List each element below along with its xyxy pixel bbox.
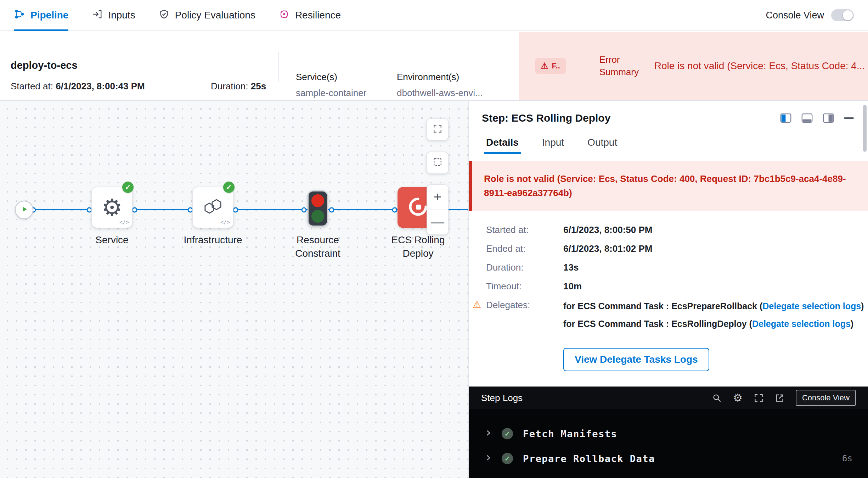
canvas-select-button[interactable]	[427, 152, 449, 174]
services-value[interactable]: sample-container	[296, 88, 366, 99]
traffic-light-green	[311, 210, 324, 223]
success-check-icon: ✓	[223, 182, 235, 193]
canvas-fullscreen-button[interactable]	[427, 118, 449, 140]
step-logs-title: Step Logs	[481, 393, 523, 404]
logs-search-icon[interactable]	[712, 393, 722, 403]
timeout-value: 10m	[563, 281, 582, 292]
minimize-panel-button[interactable]	[844, 117, 854, 119]
start-node[interactable]	[15, 201, 33, 219]
detail-row-timeout: Timeout: 10m	[486, 281, 868, 292]
timeout-label: Timeout:	[486, 281, 563, 292]
switch-knob	[843, 10, 853, 20]
zoom-out-button[interactable]: —	[427, 210, 448, 235]
log-section-label: Prepare Rollback Data	[523, 453, 655, 464]
delegate-row-2: for ECS Command Task : EcsRollingDeploy …	[563, 317, 868, 330]
duration-label: Duration:	[211, 81, 248, 91]
tab-inputs[interactable]: Inputs	[92, 0, 135, 30]
marquee-select-icon	[433, 157, 442, 168]
log-section-label: Fetch Manifests	[523, 428, 617, 439]
services-label: Service(s)	[296, 72, 366, 83]
logs-settings-gear-icon[interactable]: ⚙	[733, 393, 743, 403]
detail-row-started: Started at: 6/1/2023, 8:00:50 PM	[486, 224, 868, 235]
connector-dot	[233, 207, 238, 213]
environments-block: Environment(s) dbothwell-aws-envi...	[397, 72, 483, 99]
duration-value: 25s	[251, 81, 266, 91]
started-at-value: 6/1/2023, 8:00:43 PM	[56, 81, 145, 91]
delegates-label: Delegates:	[486, 300, 530, 310]
detail-row-duration: Duration: 13s	[486, 262, 868, 273]
logs-console-view-button[interactable]: Console View	[796, 390, 856, 406]
logs-fullscreen-icon[interactable]	[754, 393, 763, 403]
tab-pipeline[interactable]: Pipeline	[14, 0, 68, 30]
step-error-message: Role is not valid (Service: Ecs, Status …	[469, 161, 868, 211]
started-at: Started at: 6/1/2023, 8:00:43 PM	[11, 81, 145, 92]
pipeline-canvas[interactable]: ⚙ </> ✓ Service </> ✓ Infrastructure Res…	[0, 101, 468, 478]
panel-scrollbar[interactable]	[863, 105, 867, 152]
chevron-right-icon	[485, 429, 492, 438]
delegate-2-text: for ECS Command Task : EcsRollingDeploy …	[563, 319, 752, 329]
warning-icon: ⚠	[541, 61, 548, 71]
execution-header: deploy-to-ecs Started at: 6/1/2023, 8:00…	[0, 32, 868, 101]
delegate-2-selection-logs-link[interactable]: Delegate selection logs	[752, 319, 851, 329]
log-section-prepare-rollback[interactable]: ✓ Prepare Rollback Data 6s	[469, 446, 868, 471]
step-panel-tabs: Details Input Output	[486, 137, 868, 161]
error-summary-strip: ⚠ F.. Error Summary Role is not valid (S…	[519, 32, 868, 100]
tab-policy-evaluations[interactable]: Policy Evaluations	[159, 0, 255, 30]
view-delegate-tasks-logs-button[interactable]: View Delegate Tasks Logs	[563, 348, 709, 371]
resilience-icon	[279, 9, 289, 22]
pipeline-icon	[14, 9, 25, 22]
connector-dot	[132, 207, 137, 213]
detail-row-delegates: ⚠ Delegates: for ECS Command Task : EcsP…	[486, 300, 868, 335]
node-service[interactable]: ⚙ </> ✓	[91, 187, 133, 228]
tab-policy-evaluations-label: Policy Evaluations	[175, 10, 255, 21]
failure-status-badge: ⚠ F..	[535, 58, 566, 74]
header-divider	[278, 52, 279, 82]
console-view-switch[interactable]	[831, 9, 854, 21]
infrastructure-hexagons-icon	[202, 195, 224, 219]
console-view-toggle-group: Console View	[766, 9, 854, 21]
step-panel-header: Step: ECS Rolling Deploy	[469, 101, 868, 124]
duration-label: Duration:	[486, 262, 563, 273]
connector-dot	[329, 207, 334, 213]
node-service-label: Service	[77, 233, 147, 247]
play-icon	[20, 205, 28, 215]
duration: Duration: 25s	[211, 81, 266, 92]
log-section-fetch-manifests[interactable]: ✓ Fetch Manifests	[469, 421, 868, 446]
environments-label: Environment(s)	[397, 72, 483, 83]
tab-resilience[interactable]: Resilience	[279, 0, 341, 30]
started-at-label: Started at:	[11, 81, 53, 91]
layout-right-panel-icon[interactable]	[823, 113, 834, 123]
zoom-in-button[interactable]: +	[427, 185, 448, 210]
tab-resilience-label: Resilience	[295, 10, 341, 21]
logs-external-link-icon[interactable]	[775, 393, 784, 403]
step-details-panel: Step: ECS Rolling Deploy Details Input O…	[468, 101, 868, 478]
step-logs-body: ✓ Fetch Manifests ✓ Prepare Rollback Dat…	[469, 409, 868, 478]
delegate-1-text: for ECS Command Task : EcsPrepareRollbac…	[563, 301, 762, 311]
layout-bottom-panel-icon[interactable]	[801, 113, 813, 123]
pipeline-name: deploy-to-ecs	[11, 60, 78, 71]
tab-details[interactable]: Details	[486, 137, 519, 154]
panel-layout-controls	[780, 113, 854, 123]
traffic-light-red	[311, 194, 324, 207]
tab-output[interactable]: Output	[587, 137, 617, 154]
node-infrastructure[interactable]: </> ✓	[192, 187, 233, 228]
layout-left-panel-icon[interactable]	[780, 113, 791, 123]
error-summary-message: Role is not valid (Service: Ecs, Status …	[654, 60, 868, 72]
ended-at-label: Ended at:	[486, 243, 563, 254]
node-ecs-rolling-deploy-label: ECS Rolling Deploy	[383, 233, 453, 260]
node-resource-constraint[interactable]	[308, 190, 328, 227]
tab-pipeline-label: Pipeline	[30, 10, 68, 21]
inputs-icon	[92, 9, 102, 22]
zoom-controls: + —	[427, 184, 449, 235]
policy-shield-icon	[159, 9, 169, 22]
service-gear-icon: ⚙	[101, 196, 122, 219]
tab-input[interactable]: Input	[542, 137, 564, 154]
delegate-1-suffix: )	[861, 301, 864, 311]
chevron-right-icon	[485, 454, 492, 463]
environments-value[interactable]: dbothwell-aws-envi...	[397, 88, 483, 99]
delegate-1-selection-logs-link[interactable]: Delegate selection logs	[762, 301, 861, 311]
ended-at-value: 6/1/2023, 8:01:02 PM	[563, 243, 653, 254]
error-summary-label: Error Summary	[599, 54, 647, 78]
failure-status-badge-text: F..	[552, 61, 560, 71]
duration-value: 13s	[563, 262, 579, 273]
